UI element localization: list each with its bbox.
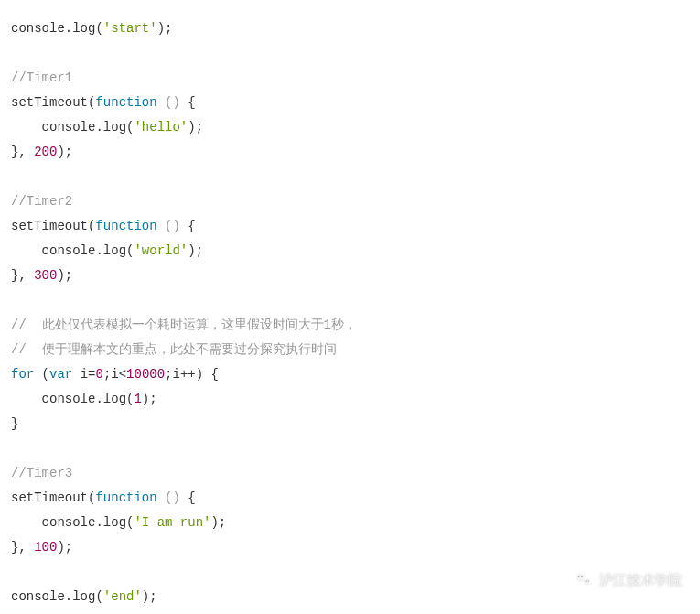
code-line: console.log('start');	[11, 16, 689, 41]
code-line: }, 300);	[11, 264, 689, 288]
blank-line	[11, 41, 689, 66]
comment-line: // 便于理解本文的重点，此处不需要过分探究执行时间	[11, 338, 689, 362]
code-line: }, 200);	[11, 140, 689, 165]
comment-line: //Timer1	[11, 66, 689, 91]
svg-point-2	[578, 576, 580, 577]
code-line: }	[11, 412, 689, 436]
code-block: console.log('start'); //Timer1 setTimeou…	[11, 16, 689, 609]
watermark-text: 沪江技术学院	[599, 567, 682, 592]
watermark: 沪江技术学院	[574, 567, 682, 592]
code-line: console.log(1);	[11, 387, 689, 412]
code-line: console.log('world');	[11, 239, 689, 264]
svg-point-0	[576, 573, 585, 581]
blank-line	[11, 436, 689, 461]
comment-line: //Timer2	[11, 189, 689, 214]
code-line: setTimeout(function () {	[11, 214, 689, 239]
svg-point-3	[581, 576, 583, 577]
code-line: setTimeout(function () {	[11, 91, 689, 115]
wechat-icon	[574, 570, 594, 590]
comment-line: // 此处仅代表模拟一个耗时运算，这里假设时间大于1秒，	[11, 313, 689, 338]
code-line: console.log('I am run');	[11, 511, 689, 535]
svg-point-4	[586, 580, 587, 581]
code-line: for (var i=0;i<10000;i++) {	[11, 362, 689, 387]
svg-point-5	[587, 580, 588, 581]
code-line: }, 100);	[11, 535, 689, 560]
blank-line	[11, 165, 689, 189]
code-line: setTimeout(function () {	[11, 486, 689, 511]
code-line: console.log('hello');	[11, 115, 689, 140]
svg-point-1	[584, 577, 591, 585]
blank-line	[11, 288, 689, 313]
comment-line: //Timer3	[11, 461, 689, 486]
